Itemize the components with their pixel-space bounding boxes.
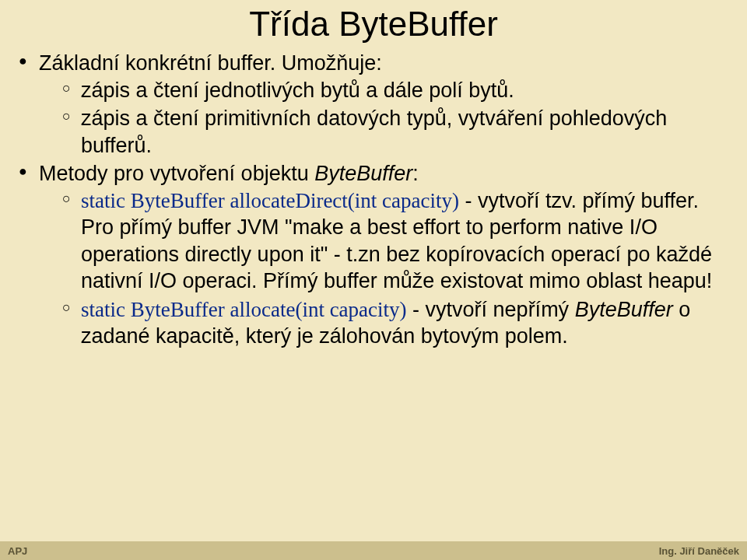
footer: APJ Ing. Jiří Daněček [0,541,747,560]
bullet-2: Metody pro vytvoření objektu ByteBuffer:… [17,160,725,350]
bullet-2-em: ByteBuffer [314,162,412,185]
slide-title: Třída ByteBuffer [0,0,747,50]
allocate-link[interactable]: static ByteBuffer allocate(int capacity) [81,298,407,321]
slide-content: Základní konkrétní buffer. Umožňuje: záp… [0,50,747,350]
bullet-2-2-mid: - vytvoří nepřímý [407,298,575,321]
footer-right: Ing. Jiří Daněček [659,545,739,557]
bullet-2-pre: Metody pro vytvoření objektu [39,162,314,185]
bullet-2-post: : [412,162,419,185]
bullet-1-1: zápis a čtení jednotlivých bytů a dále p… [39,77,725,104]
footer-left: APJ [8,545,27,557]
bullet-1: Základní konkrétní buffer. Umožňuje: záp… [17,50,725,159]
bullet-1-text: Základní konkrétní buffer. Umožňuje: [39,51,382,75]
bullet-2-1: static ByteBuffer allocateDirect(int cap… [39,187,725,295]
bullet-2-2-em: ByteBuffer [575,298,673,321]
bullet-2-2: static ByteBuffer allocate(int capacity)… [39,296,725,350]
slide: Třída ByteBuffer Základní konkrétní buff… [0,0,747,560]
bullet-1-2: zápis a čtení primitivních datových typů… [39,105,725,159]
allocate-direct-link[interactable]: static ByteBuffer allocateDirect(int cap… [81,189,459,212]
